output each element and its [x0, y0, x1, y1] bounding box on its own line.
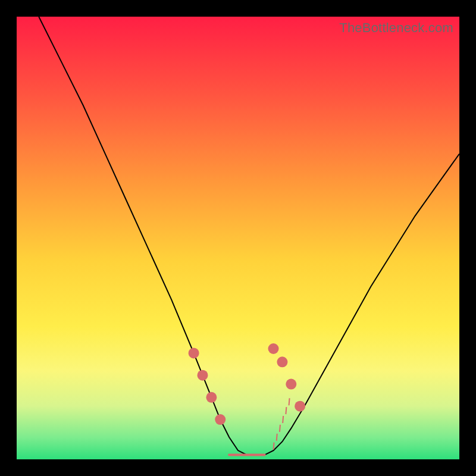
- bottleneck-curve-line: [39, 17, 459, 455]
- spray-tick: [280, 425, 280, 432]
- spray-tick: [277, 434, 277, 441]
- highlight-dot: [206, 392, 217, 403]
- highlight-dot: [286, 379, 296, 390]
- highlight-dot: [189, 347, 199, 358]
- highlight-dot: [215, 414, 226, 425]
- highlight-dots-right: [268, 343, 306, 412]
- chart-plot-area: TheBottleneck.com: [17, 17, 459, 459]
- spray-tick: [286, 407, 286, 414]
- highlight-dot: [268, 343, 279, 354]
- highlight-dot: [197, 370, 208, 381]
- highlight-dot: [295, 401, 305, 412]
- bottleneck-chart: [17, 17, 459, 459]
- highlight-dot: [277, 356, 287, 367]
- spray-tick: [283, 416, 283, 423]
- spray-tick: [274, 443, 274, 450]
- spray-tick: [289, 398, 290, 405]
